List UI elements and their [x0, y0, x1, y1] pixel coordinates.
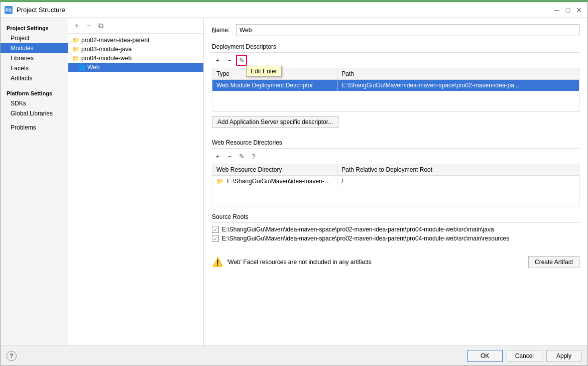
bottom-bar: ? OK Cancel Apply [1, 345, 587, 365]
source-root-checkbox-1[interactable]: ✓ [212, 235, 219, 242]
source-root-item-1: ✓ E:\ShangGuiGu\Maven\idea-maven-space\p… [212, 234, 579, 243]
deployment-descriptors-section: Deployment Descriptors + − ✎ Edit Enter … [212, 43, 579, 132]
name-row: Name: [212, 24, 579, 36]
sidebar-item-libraries[interactable]: Libraries [1, 53, 68, 63]
name-label: Name: [212, 27, 232, 34]
add-descriptor-button[interactable]: + [212, 55, 223, 66]
module-toolbar: + − ⧉ [68, 18, 203, 34]
warning-icon: ⚠️ [212, 257, 223, 268]
add-descriptor-row: Add Application Server specific descript… [212, 112, 579, 132]
app-icon: PS [5, 6, 13, 14]
web-resource-path-cell: / [337, 176, 579, 187]
bottom-right: OK Cancel Apply [467, 350, 581, 362]
sidebar-divider-2 [1, 118, 68, 123]
source-roots-title: Source Roots [212, 213, 579, 223]
main-content: Project Settings Project Modules Librari… [1, 18, 587, 345]
sidebar-item-global-libraries[interactable]: Global Libraries [1, 108, 68, 118]
web-resource-section: Web Resource Directories + − ✎ ? Web Res… [212, 139, 579, 206]
help-button[interactable]: ? [7, 351, 17, 361]
web-resource-table: Web Resource Directory Path Relative to … [212, 164, 579, 206]
sidebar-item-facets[interactable]: Facets [1, 63, 68, 73]
remove-web-resource-button[interactable]: − [224, 151, 235, 162]
deployment-table-empty [212, 91, 579, 111]
tree-item-web[interactable]: 🌐 Web [68, 63, 203, 72]
source-roots-list: ✓ E:\ShangGuiGu\Maven\idea-maven-space\p… [212, 223, 579, 245]
folder-icon-3: 📁 [72, 55, 79, 62]
apply-button[interactable]: Apply [546, 350, 581, 362]
sidebar-item-problems[interactable]: Problems [1, 123, 68, 133]
tree-item-pro04[interactable]: 📁 pro04-module-web [68, 54, 203, 63]
edit-web-resource-button[interactable]: ✎ [236, 151, 247, 162]
minimize-button[interactable]: ─ [552, 6, 561, 15]
sidebar-divider-1 [1, 83, 68, 87]
sidebar-item-modules[interactable]: Modules [1, 43, 68, 53]
web-resource-path-header: Path Relative to Deployment Root [337, 164, 579, 175]
edit-descriptor-button[interactable]: ✎ [236, 55, 247, 66]
web-resource-toolbar: + − ✎ ? [212, 149, 579, 164]
web-resource-dir-cell: 📁 E:\ShangGuiGu\Maven\idea-maven-space\p… [212, 176, 337, 187]
edit-descriptor-wrapper: ✎ Edit Enter [236, 55, 247, 66]
warning-text: 'Web' Facet resources are not included i… [227, 259, 524, 266]
cancel-button[interactable]: Cancel [507, 350, 542, 362]
title-bar-text: Project Structure [17, 6, 548, 14]
maximize-button[interactable]: □ [563, 6, 572, 15]
project-settings-title: Project Settings [1, 22, 68, 33]
project-structure-window: PS Project Structure ─ □ ✕ Project Setti… [0, 0, 588, 366]
content-panel: Name: Deployment Descriptors + − ✎ Edit … [204, 18, 587, 345]
path-header: Path [337, 68, 579, 79]
web-resource-table-row[interactable]: 📁 E:\ShangGuiGu\Maven\idea-maven-space\p… [212, 176, 579, 187]
source-root-checkbox-0[interactable]: ✓ [212, 226, 219, 233]
help-web-resource-button[interactable]: ? [248, 151, 259, 162]
web-resource-title: Web Resource Directories [212, 139, 579, 149]
folder-icon: 📁 [72, 37, 79, 44]
sidebar-item-sdks[interactable]: SDKs [1, 98, 68, 108]
path-cell: E:\ShangGuiGu\Maven\idea-maven-space\pro… [337, 80, 579, 91]
type-cell: Web Module Deployment Descriptor [212, 80, 337, 91]
web-module-icon: 🌐 [78, 64, 85, 71]
bottom-left: ? [7, 351, 17, 361]
tree-item-pro03[interactable]: 📁 pro03-module-java [68, 45, 203, 54]
add-web-resource-button[interactable]: + [212, 151, 223, 162]
title-bar-controls: ─ □ ✕ [552, 6, 583, 15]
source-roots-section: Source Roots ✓ E:\ShangGuiGu\Maven\idea-… [212, 213, 579, 245]
web-resource-dir-header: Web Resource Directory [212, 164, 337, 175]
deployment-descriptors-title: Deployment Descriptors [212, 43, 579, 53]
edit-tooltip: Edit Enter [246, 66, 282, 77]
add-module-button[interactable]: + [71, 20, 82, 31]
sidebar-item-artifacts[interactable]: Artifacts [1, 73, 68, 83]
close-button[interactable]: ✕ [574, 6, 583, 15]
deployment-toolbar: + − ✎ Edit Enter [212, 53, 579, 68]
warning-row: ⚠️ 'Web' Facet resources are not include… [212, 252, 579, 272]
web-resource-table-header: Web Resource Directory Path Relative to … [212, 164, 579, 176]
title-bar: PS Project Structure ─ □ ✕ [1, 2, 587, 18]
remove-module-button[interactable]: − [83, 20, 94, 31]
sidebar: Project Settings Project Modules Librari… [1, 18, 68, 345]
platform-settings-title: Platform Settings [1, 87, 68, 98]
ok-button[interactable]: OK [467, 350, 503, 362]
sidebar-item-project[interactable]: Project [1, 33, 68, 43]
create-artifact-button[interactable]: Create Artifact [528, 256, 579, 268]
module-tree: 📁 pro02-maven-idea-parent 📁 pro03-module… [68, 34, 203, 345]
web-resource-table-body: 📁 E:\ShangGuiGu\Maven\idea-maven-space\p… [212, 176, 579, 206]
add-app-server-descriptor-button[interactable]: Add Application Server specific descript… [212, 116, 338, 128]
source-root-item-0: ✓ E:\ShangGuiGu\Maven\idea-maven-space\p… [212, 225, 579, 234]
module-panel: + − ⧉ 📁 pro02-maven-idea-parent 📁 pro03-… [68, 18, 204, 345]
name-input[interactable] [236, 24, 579, 36]
remove-descriptor-button[interactable]: − [224, 55, 235, 66]
copy-module-button[interactable]: ⧉ [95, 20, 106, 31]
deployment-table-row[interactable]: Web Module Deployment Descriptor E:\Shan… [212, 80, 579, 91]
tree-item-pro02[interactable]: 📁 pro02-maven-idea-parent [68, 36, 203, 45]
folder-icon-2: 📁 [72, 46, 79, 53]
